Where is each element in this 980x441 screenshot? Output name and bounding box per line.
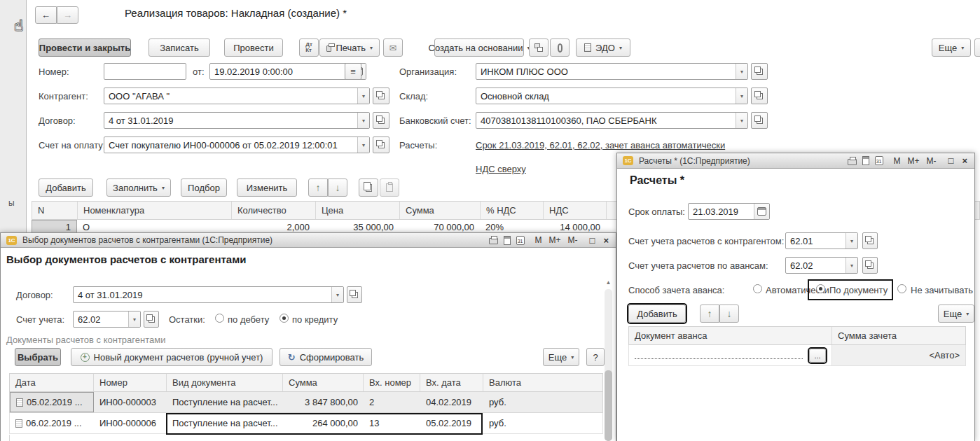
list-choice-button[interactable]: ≡ (345, 63, 361, 80)
memory-minus-button[interactable]: M- (926, 156, 937, 166)
radio-no-offset[interactable] (897, 284, 906, 293)
dropdown-button[interactable]: ▾ (357, 137, 369, 153)
memory-plus-button[interactable]: M+ (907, 156, 920, 166)
bank-account-open-button[interactable] (751, 112, 768, 129)
write-button[interactable]: Записать (149, 38, 210, 57)
scroll-thumb[interactable] (605, 370, 612, 441)
by-debit-label[interactable]: по дебету (228, 314, 269, 325)
generate-button[interactable]: ↻Сформировать (279, 348, 372, 366)
invoice-field[interactable]: Счет покупателю ИН00-000006 от 05.02.201… (104, 136, 370, 153)
no-offset-label[interactable]: Не зачитывать (911, 285, 973, 295)
close-icon[interactable]: × (960, 155, 969, 166)
more-button-main[interactable]: Еще▾ (932, 38, 971, 57)
account-advance-open-button[interactable] (862, 257, 878, 274)
maximize-icon[interactable]: □ (947, 155, 955, 166)
more-button-dialog[interactable]: Еще▾ (543, 348, 579, 366)
clipped-button[interactable] (974, 38, 980, 57)
advance-table-row[interactable]: ... <Авто> (628, 345, 966, 366)
dialog-account-field[interactable]: 62.02▾ (73, 311, 141, 328)
print-icon[interactable] (489, 236, 498, 244)
warehouse-open-button[interactable] (751, 88, 768, 104)
dropdown-button[interactable]: ▾ (736, 113, 747, 128)
dialog-contract-field[interactable]: 4 от 31.01.2019▾ (73, 286, 344, 303)
paste-button[interactable] (380, 178, 399, 197)
date-field[interactable]: 19.02.2019 0:00:00 (209, 63, 366, 80)
items-add-button[interactable]: Добавить (39, 178, 93, 197)
memory-button[interactable]: M (534, 235, 543, 245)
create-based-on-button[interactable]: Создать на основании▾ (434, 38, 524, 57)
account-advance-field[interactable]: 62.02▾ (785, 257, 858, 274)
copy-button[interactable] (359, 178, 378, 197)
dropdown-button[interactable]: ▾ (128, 312, 140, 327)
settlements-titlebar[interactable]: 1С Расчеты * (1С:Предприятие) 31 M M+ M-… (617, 153, 974, 169)
dialog-contract-open-button[interactable] (347, 286, 362, 303)
warehouse-field[interactable]: Основной склад▾ (476, 88, 748, 104)
back-button[interactable]: ← (35, 6, 57, 24)
dropdown-button[interactable]: ▾ (357, 113, 369, 128)
memory-plus-button[interactable]: M+ (548, 235, 562, 245)
edo-button[interactable]: ЭДО▾ (576, 38, 630, 57)
counterparty-open-button[interactable] (373, 88, 389, 104)
maximize-icon[interactable]: □ (588, 235, 597, 246)
print-button[interactable]: Печать▾ (319, 38, 380, 57)
calendar-icon[interactable]: 31 (516, 236, 525, 245)
contract-field[interactable]: 4 от 31.01.2019▾ (104, 112, 370, 129)
move-up-button[interactable]: ↑ (700, 304, 719, 323)
memory-button[interactable]: M (893, 156, 902, 166)
dropdown-button[interactable]: ▾ (736, 88, 747, 104)
close-icon[interactable]: × (602, 235, 610, 246)
items-change-button[interactable]: Изменить (237, 178, 297, 197)
table-row[interactable]: 05.02.2019 ... ИН00-000003 Поступление н… (9, 392, 603, 413)
new-settlement-doc-button[interactable]: +Новый документ расчетов (ручной учет) (71, 348, 272, 366)
dropdown-button[interactable]: ▾ (846, 258, 857, 273)
invoice-open-button[interactable] (373, 136, 389, 153)
items-fill-button[interactable]: Заполнить▾ (106, 178, 171, 197)
print-icon[interactable] (848, 157, 857, 165)
structure-button[interactable] (529, 38, 548, 57)
calendar-icon[interactable]: 31 (875, 156, 883, 165)
contract-open-button[interactable] (373, 112, 389, 129)
radio-automatic[interactable] (753, 284, 762, 293)
by-document-label[interactable]: По документу (829, 285, 888, 295)
dropdown-button[interactable]: ▾ (736, 64, 747, 79)
items-pick-button[interactable]: Подбор (181, 178, 227, 197)
move-down-button[interactable]: ↓ (719, 304, 739, 323)
dropdown-button[interactable]: ▾ (357, 88, 369, 104)
more-button-settlements[interactable]: Еще▾ (938, 304, 974, 323)
bank-account-field[interactable]: 40703810138110100360, ПАО СБЕРБАНК▾ (476, 112, 748, 129)
dropdown-button[interactable]: ▾ (331, 287, 343, 302)
dt-kt-button[interactable]: ДтКт (299, 38, 319, 57)
account-counterparty-open-button[interactable] (862, 232, 878, 249)
calculator-icon[interactable] (862, 156, 869, 165)
choose-advance-doc-button[interactable]: ... (809, 349, 826, 363)
forward-button[interactable]: → (57, 6, 78, 24)
scroll-up-icon[interactable]: ▲ (604, 279, 613, 286)
settlements-link[interactable]: Срок 21.03.2019, 62.01, 62.02, зачет ава… (476, 140, 725, 150)
radio-by-debit[interactable] (215, 314, 224, 323)
dialog-scrollbar[interactable]: ▲ (604, 279, 613, 441)
calculator-icon[interactable] (504, 236, 511, 245)
account-counterparty-field[interactable]: 62.01▾ (785, 232, 858, 249)
calendar-picker-button[interactable] (754, 204, 769, 219)
move-up-button[interactable]: ↑ (308, 178, 328, 197)
number-input[interactable] (104, 63, 186, 80)
table-row[interactable]: 06.02.2019 ... ИН00-000006 Поступление н… (9, 413, 603, 434)
organization-open-button[interactable] (751, 63, 768, 80)
post-button[interactable]: Провести (224, 38, 283, 57)
counterparty-field[interactable]: ООО "АГАВА "▾ (104, 88, 370, 104)
radio-by-credit[interactable] (279, 314, 289, 323)
attachment-button[interactable] (550, 38, 570, 57)
mail-button[interactable]: ✉ (383, 38, 403, 57)
organization-field[interactable]: ИНКОМ ПЛЮС ООО▾ (476, 63, 748, 80)
help-button[interactable]: ? (586, 348, 605, 366)
due-date-field[interactable]: 21.03.2019 (688, 203, 770, 220)
radio-by-document[interactable] (816, 284, 825, 293)
advance-add-button[interactable]: Добавить (628, 304, 686, 323)
move-down-button[interactable]: ↓ (328, 178, 347, 197)
dropdown-button[interactable]: ▾ (846, 233, 857, 248)
dialog-account-open-button[interactable] (144, 311, 159, 328)
vat-link[interactable]: НДС сверху (476, 164, 526, 174)
memory-minus-button[interactable]: M- (567, 235, 579, 245)
by-credit-label[interactable]: по кредиту (292, 314, 338, 325)
post-and-close-button[interactable]: Провести и закрыть (39, 38, 131, 57)
